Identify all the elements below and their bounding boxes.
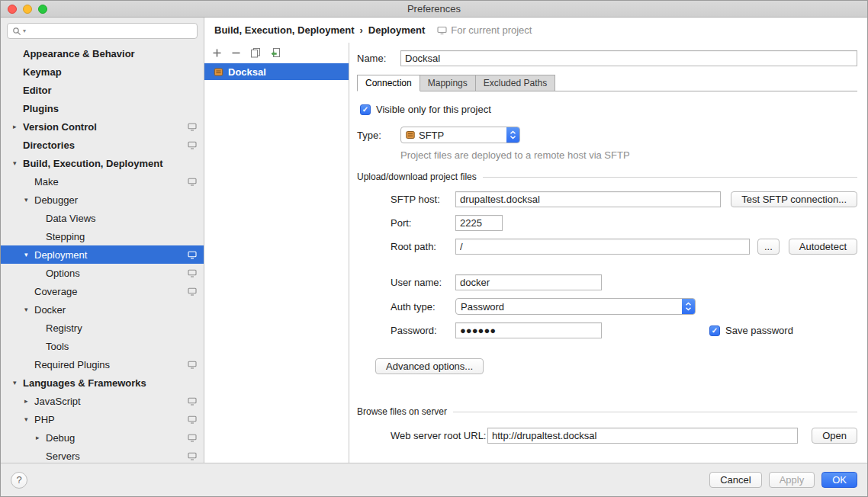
password-input[interactable] <box>455 322 602 338</box>
browse-section-title: Browse files on server <box>357 406 447 417</box>
expand-arrow-icon[interactable]: ▸ <box>13 123 23 130</box>
auth-type-label: Auth type: <box>391 301 455 313</box>
sidebar-item-label: Servers <box>46 451 80 462</box>
cancel-button[interactable]: Cancel <box>709 472 761 488</box>
sidebar-item-make[interactable]: Make <box>1 172 204 191</box>
upload-section-header: Upload/download project files <box>357 172 857 182</box>
type-label: Type: <box>357 130 400 141</box>
sidebar-item-stepping[interactable]: Stepping <box>1 227 204 245</box>
sidebar-item-javascript[interactable]: ▸JavaScript <box>1 392 204 410</box>
copy-server-icon[interactable] <box>250 47 261 58</box>
sidebar-item-coverage[interactable]: Coverage <box>1 282 204 300</box>
tabbar-filler <box>555 75 857 91</box>
project-level-icon <box>188 178 197 186</box>
name-input[interactable] <box>400 50 857 66</box>
sftp-server-icon <box>214 67 223 77</box>
sidebar-item-languages-frameworks[interactable]: ▾Languages & Frameworks <box>1 374 204 392</box>
sidebar-item-label: JavaScript <box>34 396 81 407</box>
sidebar-item-debugger[interactable]: ▾Debugger <box>1 191 204 209</box>
help-button[interactable]: ? <box>11 472 27 489</box>
expand-arrow-icon[interactable]: ▸ <box>36 434 46 441</box>
server-toolbar <box>204 43 349 61</box>
project-level-icon <box>188 287 197 296</box>
collapse-arrow-icon[interactable]: ▾ <box>24 415 34 423</box>
sidebar-item-docker[interactable]: ▾Docker <box>1 300 204 319</box>
tab-mappings[interactable]: Mappings <box>420 75 476 91</box>
visible-only-label: Visible only for this project <box>376 104 491 115</box>
dropdown-stepper-icon <box>682 299 695 314</box>
sidebar-item-appearance-behavior[interactable]: Appearance & Behavior <box>1 44 204 63</box>
open-url-button[interactable]: Open <box>812 428 857 444</box>
breadcrumb-section[interactable]: Build, Execution, Deployment <box>214 24 354 36</box>
type-select[interactable]: SFTP <box>400 127 520 143</box>
collapse-arrow-icon[interactable]: ▾ <box>13 379 23 386</box>
server-item-docksal[interactable]: Docksal <box>204 63 349 80</box>
project-level-icon <box>188 123 197 131</box>
sidebar-item-label: Deployment <box>34 249 87 261</box>
zoom-window-button[interactable] <box>38 5 47 14</box>
sftp-host-label: SFTP host: <box>391 194 455 205</box>
server-list-panel: Docksal <box>204 43 349 463</box>
settings-tree: Appearance & BehaviorKeymapEditorPlugins… <box>1 39 204 463</box>
search-options-arrow-icon[interactable]: ▾ <box>23 27 26 34</box>
titlebar: Preferences <box>1 1 867 18</box>
sidebar-item-servers[interactable]: Servers <box>1 447 204 463</box>
autodetect-button[interactable]: Autodetect <box>789 239 857 255</box>
expand-arrow-icon[interactable]: ▸ <box>24 397 34 405</box>
visible-only-checkbox[interactable] <box>360 104 371 115</box>
add-server-icon[interactable] <box>212 48 222 58</box>
paste-server-icon[interactable] <box>270 47 281 58</box>
project-level-icon <box>188 397 197 406</box>
user-name-input[interactable] <box>455 274 602 290</box>
user-name-row: User name: <box>391 274 857 290</box>
web-root-input[interactable] <box>487 428 798 444</box>
remove-server-icon[interactable] <box>231 48 241 58</box>
save-password-checkbox[interactable] <box>709 325 720 336</box>
browse-root-path-button[interactable]: ... <box>757 239 780 255</box>
collapse-arrow-icon[interactable]: ▾ <box>24 306 34 313</box>
advanced-options-button[interactable]: Advanced options... <box>375 358 484 374</box>
name-label: Name: <box>357 53 400 64</box>
close-window-button[interactable] <box>8 5 17 14</box>
ok-button[interactable]: OK <box>821 472 857 488</box>
tab-connection[interactable]: Connection <box>357 75 420 91</box>
sidebar-item-label: Docker <box>34 304 66 316</box>
port-label: Port: <box>391 217 455 229</box>
scope-label: For current project <box>451 24 532 36</box>
sidebar-item-deployment[interactable]: ▾Deployment <box>1 245 204 264</box>
root-path-input[interactable] <box>455 239 750 255</box>
project-level-icon <box>188 141 197 149</box>
collapse-arrow-icon[interactable]: ▾ <box>24 251 34 258</box>
sidebar-item-directories[interactable]: Directories <box>1 136 204 154</box>
sidebar-item-options[interactable]: Options <box>1 264 204 282</box>
sidebar-item-build-execution-deployment[interactable]: ▾Build, Execution, Deployment <box>1 154 204 172</box>
sidebar-item-debug[interactable]: ▸Debug <box>1 428 204 447</box>
tab-excluded-paths[interactable]: Excluded Paths <box>475 75 555 91</box>
sidebar-item-plugins[interactable]: Plugins <box>1 99 204 117</box>
sidebar-item-required-plugins[interactable]: Required Plugins <box>1 355 204 374</box>
test-sftp-connection-button[interactable]: Test SFTP connection... <box>731 191 857 207</box>
sidebar-item-keymap[interactable]: Keymap <box>1 63 204 81</box>
connection-tabbar: ConnectionMappingsExcluded Paths <box>357 75 857 91</box>
sidebar-item-label: Required Plugins <box>34 359 110 370</box>
sidebar-item-tools[interactable]: Tools <box>1 337 204 355</box>
root-path-row: Root path: ... Autodetect <box>391 239 857 255</box>
breadcrumb-separator-icon: › <box>359 24 362 36</box>
connection-pane: Visible only for this project Type: SFTP <box>357 91 857 444</box>
collapse-arrow-icon[interactable]: ▾ <box>13 159 23 167</box>
auth-type-select[interactable]: Password <box>455 298 696 315</box>
port-input[interactable] <box>455 215 503 231</box>
project-level-icon <box>188 361 197 369</box>
sidebar-item-php[interactable]: ▾PHP <box>1 410 204 428</box>
sidebar-item-registry[interactable]: Registry <box>1 319 204 337</box>
project-level-icon <box>188 434 197 442</box>
sidebar-item-data-views[interactable]: Data Views <box>1 209 204 227</box>
minimize-window-button[interactable] <box>23 5 32 14</box>
sidebar-item-editor[interactable]: Editor <box>1 81 204 99</box>
sftp-host-input[interactable] <box>455 191 721 207</box>
section-divider <box>453 412 857 412</box>
collapse-arrow-icon[interactable]: ▾ <box>24 196 34 204</box>
apply-button[interactable]: Apply <box>769 472 815 488</box>
settings-search-input[interactable]: ▾ <box>7 23 198 39</box>
sidebar-item-version-control[interactable]: ▸Version Control <box>1 117 204 136</box>
